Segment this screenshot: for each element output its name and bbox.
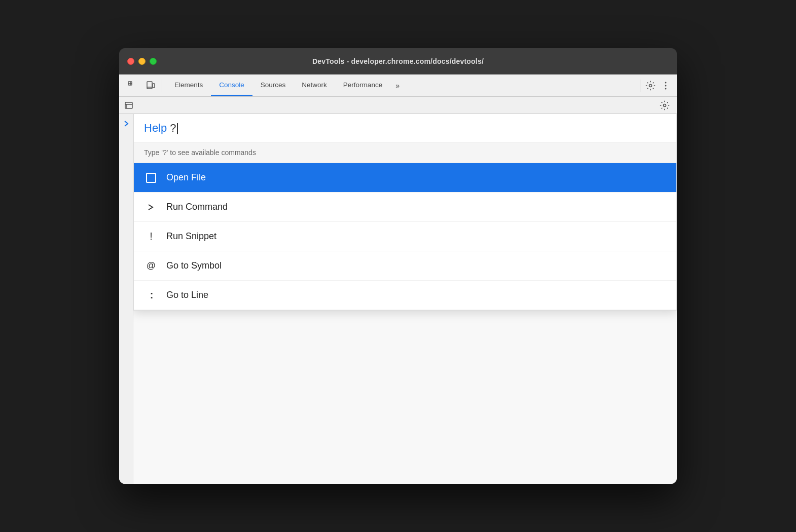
svg-rect-10	[125, 102, 132, 108]
settings-button[interactable]	[642, 78, 659, 94]
minimize-button[interactable]	[138, 58, 146, 65]
tab-console[interactable]: Console	[211, 74, 252, 96]
help-label: Help	[144, 122, 167, 135]
second-toolbar	[119, 97, 677, 114]
main-area: Help ? Type '?' to see available command…	[133, 114, 677, 484]
go-to-symbol-label: Go to Symbol	[166, 260, 222, 271]
cursor-blink	[177, 123, 178, 134]
gear-icon	[645, 81, 656, 91]
title-bar: DevTools - developer.chrome.com/docs/dev…	[119, 48, 677, 74]
drawer-toggle-icon[interactable]	[123, 100, 134, 111]
open-file-label: Open File	[166, 172, 206, 183]
svg-rect-3	[147, 82, 152, 89]
window-title: DevTools - developer.chrome.com/docs/dev…	[312, 57, 484, 65]
toolbar-divider	[162, 80, 162, 92]
maximize-button[interactable]	[150, 58, 157, 65]
tab-elements[interactable]: Elements	[166, 74, 211, 96]
menu-item-open-file[interactable]: Open File	[134, 163, 676, 193]
close-button[interactable]	[127, 58, 134, 65]
tab-sources[interactable]: Sources	[252, 74, 294, 96]
sidebar-left	[119, 114, 133, 484]
more-tabs-button[interactable]: »	[390, 79, 405, 93]
hint-bar: Type '?' to see available commands	[134, 142, 676, 163]
devtools-window: DevTools - developer.chrome.com/docs/dev…	[119, 48, 677, 484]
kebab-icon	[665, 81, 667, 90]
menu-item-run-command[interactable]: Run Command	[134, 193, 676, 222]
menu-item-go-to-symbol[interactable]: @ Go to Symbol	[134, 251, 676, 281]
kebab-menu-button[interactable]	[659, 79, 673, 93]
go-to-line-icon: :	[144, 288, 158, 302]
tab-performance[interactable]: Performance	[335, 74, 390, 96]
second-gear-icon	[660, 100, 670, 110]
svg-rect-4	[153, 84, 155, 88]
tab-network[interactable]: Network	[294, 74, 335, 96]
second-toolbar-settings-button[interactable]	[657, 97, 673, 113]
run-command-label: Run Command	[166, 202, 228, 212]
svg-point-6	[649, 84, 652, 87]
menu-item-go-to-line[interactable]: : Go to Line	[134, 281, 676, 310]
toolbar-tabs: Elements Console Sources Network Perform…	[166, 74, 638, 96]
command-menu: Help ? Type '?' to see available command…	[133, 114, 677, 311]
run-command-icon	[144, 200, 158, 214]
go-to-line-label: Go to Line	[166, 290, 208, 300]
inspect-icon-button[interactable]	[123, 77, 141, 95]
panel-icon	[125, 102, 133, 109]
device-icon	[146, 81, 155, 90]
menu-items: Open File Run Command	[134, 163, 676, 310]
devtools-toolbar: Elements Console Sources Network Perform…	[119, 74, 677, 97]
run-snippet-icon: !	[144, 230, 158, 244]
svg-point-9	[665, 88, 667, 89]
help-symbol: ?	[170, 122, 177, 135]
inspect-icon	[128, 81, 137, 90]
command-header: Help ?	[134, 114, 676, 142]
run-snippet-label: Run Snippet	[166, 231, 216, 242]
svg-point-7	[665, 82, 667, 83]
svg-point-13	[664, 104, 666, 106]
devtools-body: Elements Console Sources Network Perform…	[119, 74, 677, 484]
go-to-symbol-icon: @	[144, 259, 158, 273]
device-toggle-button[interactable]	[141, 77, 160, 95]
open-file-icon	[144, 171, 158, 185]
menu-item-run-snippet[interactable]: ! Run Snippet	[134, 222, 676, 251]
devtools-content: Help ? Type '?' to see available command…	[119, 114, 677, 484]
traffic-lights	[127, 58, 157, 65]
svg-point-8	[665, 85, 667, 86]
toolbar-divider-right	[640, 80, 640, 92]
sidebar-chevron-icon[interactable]	[121, 118, 132, 129]
